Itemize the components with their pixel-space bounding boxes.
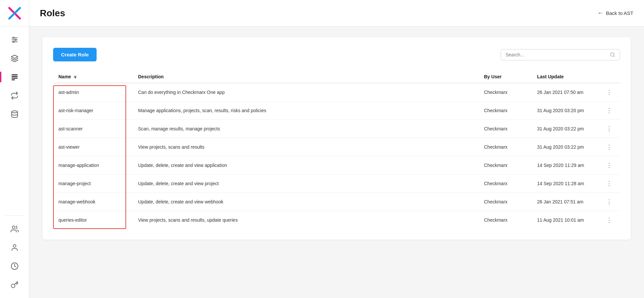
cell-user-5: Checkmarx [479,175,532,193]
table-row: manage-webhook Update, delete, create an… [53,193,620,211]
cell-desc-7: View projects, scans and results, update… [133,211,479,229]
sidebar-bottom [5,215,24,298]
cell-name-2: ast-scanner [53,120,133,138]
cell-desc-0: Can do everything in Checkmarx One app [133,83,479,102]
cell-user-4: Checkmarx [479,156,532,175]
svg-rect-10 [12,78,18,79]
column-header-byuser: By User [479,71,532,83]
cell-update-7: 11 Aug 2021 10:01 am [532,211,598,229]
cell-name-6: manage-webhook [53,193,133,211]
svg-rect-8 [12,74,18,75]
row-menu-0[interactable]: ⋮ [604,88,615,97]
row-menu-5[interactable]: ⋮ [604,179,615,188]
svg-point-6 [15,39,16,40]
sidebar-item-user[interactable] [5,240,24,256]
cell-action-1: ⋮ [598,102,620,120]
table-row: ast-scanner Scan, manage results, manage… [53,120,620,138]
search-box [501,49,620,60]
sidebar-item-users[interactable] [5,221,24,237]
cell-name-7: queries-editor [53,211,133,229]
back-arrow-icon: ← [597,10,603,17]
cell-update-2: 31 Aug 2020 03:22 pm [532,120,598,138]
back-to-ast-link[interactable]: ← Back to AST [597,10,633,17]
sidebar-nav [5,27,24,215]
row-menu-7[interactable]: ⋮ [604,215,615,225]
roles-card: Create Role [42,37,631,240]
svg-point-5 [13,37,14,38]
svg-rect-9 [12,76,18,77]
column-header-lastupdate: Last Update [532,71,598,83]
cell-action-2: ⋮ [598,120,620,138]
svg-rect-11 [12,79,15,80]
row-menu-2[interactable]: ⋮ [604,124,615,133]
cell-desc-5: Update, delete, create and view project [133,175,479,193]
svg-point-14 [13,245,16,247]
svg-point-13 [12,226,15,229]
cell-action-6: ⋮ [598,193,620,211]
svg-line-17 [613,56,614,57]
sidebar-item-projects[interactable] [5,50,24,66]
page-title: Roles [40,8,65,19]
search-icon [610,52,615,57]
row-menu-4[interactable]: ⋮ [604,161,615,170]
toolbar: Create Role [53,48,620,61]
sidebar-item-roles[interactable] [5,69,24,85]
sidebar-item-database[interactable] [5,106,24,122]
sidebar-item-settings[interactable] [5,32,24,48]
cell-update-5: 14 Sep 2020 11:28 am [532,175,598,193]
cell-update-6: 26 Jan 2021 07:51 am [532,193,598,211]
row-menu-1[interactable]: ⋮ [604,106,615,115]
sidebar-item-audit[interactable] [5,258,24,274]
column-header-description: Description [133,71,479,83]
cell-user-3: Checkmarx [479,138,532,156]
page-header: Roles ← Back to AST [29,0,644,27]
sidebar [0,0,29,298]
column-header-name[interactable]: Name ∨ [53,71,133,83]
cell-update-0: 26 Jan 2021 07:50 am [532,83,598,102]
table-row: queries-editor View projects, scans and … [53,211,620,229]
row-menu-3[interactable]: ⋮ [604,142,615,152]
table-row: ast-admin Can do everything in Checkmarx… [53,83,620,102]
cell-user-1: Checkmarx [479,102,532,120]
table-header-row: Name ∨ Description By User Last Update [53,71,620,83]
svg-point-12 [12,111,18,113]
sidebar-item-exchange[interactable] [5,88,24,104]
cell-desc-2: Scan, manage results, manage projects [133,120,479,138]
cell-name-1: ast-risk-manager [53,102,133,120]
cell-desc-1: Manage applications, projects, scan, res… [133,102,479,120]
column-header-actions [598,71,620,83]
cell-name-3: ast-viewer [53,138,133,156]
row-menu-6[interactable]: ⋮ [604,197,615,206]
cell-user-7: Checkmarx [479,211,532,229]
main-content: Roles ← Back to AST Create Role [29,0,644,298]
cell-user-6: Checkmarx [479,193,532,211]
cell-desc-4: Update, delete, create and view applicat… [133,156,479,175]
cell-name-4: manage-application [53,156,133,175]
cell-name-0: ast-admin [53,83,133,102]
roles-table-container: Name ∨ Description By User Last Update a… [53,71,620,229]
sidebar-item-keys[interactable] [5,277,24,293]
table-row: manage-project Update, delete, create an… [53,175,620,193]
roles-table: Name ∨ Description By User Last Update a… [53,71,620,229]
cell-name-5: manage-project [53,175,133,193]
create-role-button[interactable]: Create Role [53,48,97,61]
cell-update-4: 14 Sep 2020 11:29 am [532,156,598,175]
sort-icon: ∨ [74,75,77,79]
page-content: Create Role [29,27,644,298]
svg-point-7 [13,41,14,42]
cell-action-4: ⋮ [598,156,620,175]
cell-update-3: 31 Aug 2020 03:22 pm [532,138,598,156]
cell-action-3: ⋮ [598,138,620,156]
search-input[interactable] [506,52,610,57]
cell-update-1: 31 Aug 2020 03:20 pm [532,102,598,120]
table-row: ast-risk-manager Manage applications, pr… [53,102,620,120]
cell-action-7: ⋮ [598,211,620,229]
cell-action-5: ⋮ [598,175,620,193]
table-row: ast-viewer View projects, scans and resu… [53,138,620,156]
cell-user-0: Checkmarx [479,83,532,102]
table-row: manage-application Update, delete, creat… [53,156,620,175]
cell-user-2: Checkmarx [479,120,532,138]
app-logo[interactable] [7,5,23,21]
cell-desc-6: Update, delete, create and view webhook [133,193,479,211]
back-label: Back to AST [606,10,633,16]
